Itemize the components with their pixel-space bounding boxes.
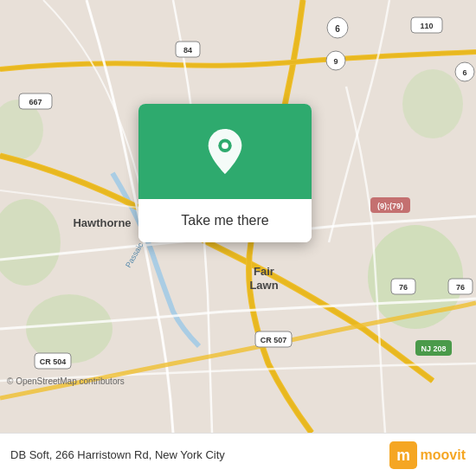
svg-text:(9);(79): (9);(79) xyxy=(377,202,403,210)
location-pin-icon xyxy=(204,127,246,176)
svg-text:NJ 208: NJ 208 xyxy=(421,344,446,353)
svg-point-35 xyxy=(222,142,228,149)
svg-text:Lawn: Lawn xyxy=(249,279,278,292)
take-me-there-button[interactable]: Take me there xyxy=(152,209,298,232)
moovit-text: moovit xyxy=(421,447,466,463)
svg-text:Fair: Fair xyxy=(254,265,274,278)
svg-text:84: 84 xyxy=(183,46,192,55)
svg-text:76: 76 xyxy=(399,283,408,292)
address-label: DB Soft, 266 Harristown Rd, New York Cit… xyxy=(10,448,389,461)
moovit-icon: m xyxy=(389,441,417,469)
svg-text:6: 6 xyxy=(335,24,340,34)
svg-point-4 xyxy=(402,69,463,138)
svg-text:110: 110 xyxy=(420,22,433,30)
svg-text:m: m xyxy=(396,447,410,464)
svg-text:Hawthorne: Hawthorne xyxy=(73,216,131,229)
bottom-bar: DB Soft, 266 Harristown Rd, New York Cit… xyxy=(0,433,476,476)
svg-text:9: 9 xyxy=(333,57,338,66)
osm-credit: © OpenStreetMap contributors xyxy=(7,376,125,386)
svg-text:76: 76 xyxy=(456,283,465,292)
svg-text:6: 6 xyxy=(462,68,466,77)
map-container: 6 110 84 9 667 6 (9);(79) 76 76 CR 507 C… xyxy=(0,0,476,433)
popup-button-area: Take me there xyxy=(138,199,312,242)
svg-text:CR 504: CR 504 xyxy=(40,357,67,366)
svg-text:CR 507: CR 507 xyxy=(261,336,287,344)
moovit-logo: m moovit xyxy=(389,441,466,469)
svg-text:667: 667 xyxy=(29,98,42,106)
popup-green-area xyxy=(138,104,312,199)
popup-card: Take me there xyxy=(138,104,312,242)
